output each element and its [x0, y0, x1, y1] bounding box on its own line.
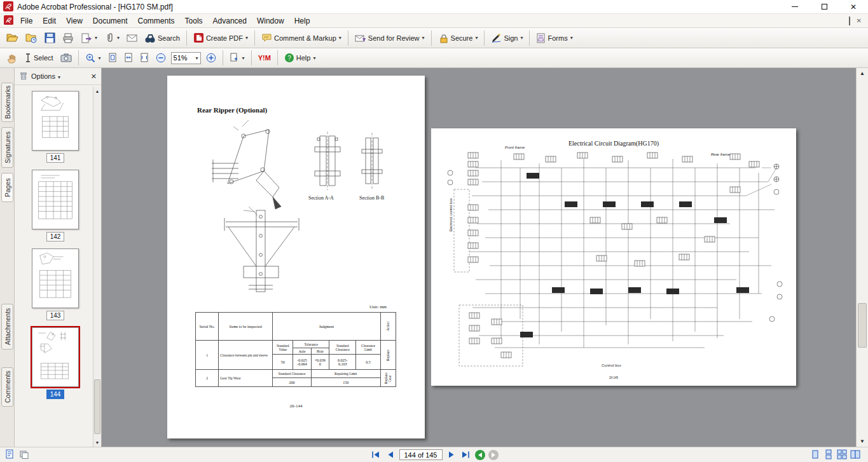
save-button[interactable] — [41, 31, 59, 45]
menu-item-window[interactable]: Window — [252, 15, 289, 27]
thumbnail-item-142[interactable]: 142 — [32, 170, 79, 241]
open-button[interactable] — [3, 31, 22, 45]
toolbar-separator — [78, 50, 79, 65]
circuit-diagram-svg — [431, 128, 796, 386]
delete-pages-button[interactable] — [19, 71, 28, 82]
close-button[interactable]: ✕ — [839, 0, 868, 13]
status-left-icons — [0, 449, 29, 460]
thumbnail-label-142[interactable]: 142 — [46, 232, 65, 241]
scroll-thumb[interactable] — [858, 303, 867, 348]
thumbnail-141[interactable] — [32, 91, 79, 151]
status-layers-button[interactable] — [19, 449, 29, 460]
menu-item-advanced[interactable]: Advanced — [208, 15, 252, 27]
status-page-size-button[interactable] — [5, 449, 15, 460]
menu-item-document[interactable]: Document — [88, 15, 133, 27]
file-toolbar: ▾ ▾ Search Create PDF ▾ Comment & Markup… — [0, 28, 868, 48]
next-page-button[interactable] — [446, 449, 457, 461]
section-b-label: Section B-B — [359, 195, 384, 201]
create-pdf-icon — [193, 32, 204, 43]
last-page-button[interactable] — [460, 449, 472, 461]
select-tool-button[interactable]: Select — [21, 51, 57, 65]
thumbnail-142[interactable] — [32, 170, 79, 229]
panel-scroll-thumb[interactable] — [94, 379, 100, 434]
zoom-in-icon — [206, 53, 216, 63]
thumbnail-143[interactable] — [32, 248, 79, 308]
close-icon: ✕ — [850, 3, 857, 11]
email-button[interactable] — [123, 31, 141, 44]
menu-item-file[interactable]: File — [15, 15, 38, 27]
page-display-button[interactable]: ▾ — [226, 51, 248, 65]
row1-standard-clearance-label: Standard Clearance — [329, 341, 355, 355]
thumbnail-item-144[interactable]: 144 — [32, 327, 79, 399]
tab-comments[interactable]: Comments — [1, 367, 13, 407]
options-menu-button[interactable]: Options ▾ — [31, 72, 60, 80]
maximize-button[interactable] — [809, 0, 839, 13]
pdf-page-145[interactable]: Electrical Circuit Diagram(HG170) Front … — [431, 128, 796, 386]
thumbnail-item-141[interactable]: 141 — [32, 91, 79, 163]
tab-bookmarks[interactable]: Bookmarks — [1, 83, 13, 122]
panel-scroll-up-icon[interactable]: ▲ — [93, 87, 101, 95]
previous-view-button[interactable] — [475, 450, 485, 460]
zoom-tool-button[interactable]: ▾ — [82, 51, 104, 65]
menu-item-edit[interactable]: Edit — [38, 15, 61, 27]
menu-item-help[interactable]: Help — [289, 15, 315, 27]
single-page-button[interactable] — [810, 449, 820, 461]
forms-dropdown-icon: ▾ — [570, 35, 573, 41]
thumbnail-label-141[interactable]: 141 — [46, 153, 65, 163]
document-view-area[interactable]: Rear Ripper (Optional) Section A-A Secti… — [102, 68, 856, 447]
print-button[interactable] — [59, 31, 77, 45]
organizer-button[interactable] — [22, 31, 41, 45]
yim-button[interactable]: Y!M — [255, 52, 274, 64]
tab-pages[interactable]: Pages — [1, 173, 13, 202]
minimize-button[interactable] — [780, 0, 809, 13]
menu-item-view[interactable]: View — [61, 15, 88, 27]
thumbnail-item-143[interactable]: 143 — [32, 248, 79, 320]
attach-button[interactable]: ▾ — [101, 31, 123, 45]
export-button[interactable]: ▾ — [78, 31, 100, 45]
snapshot-button[interactable] — [57, 51, 75, 65]
sign-button[interactable]: Sign ▾ — [488, 31, 526, 45]
control-box-label: Control box — [602, 363, 621, 367]
page-number-field[interactable] — [399, 449, 443, 460]
row1-axle-label: Axle — [293, 348, 311, 355]
fit-page-button[interactable] — [121, 51, 136, 65]
forms-button[interactable]: Forms ▾ — [533, 31, 575, 45]
menu-item-tools[interactable]: Tools — [180, 15, 208, 27]
next-view-button[interactable] — [488, 450, 499, 460]
secure-button[interactable]: Secure ▾ — [435, 31, 481, 45]
panel-close-button[interactable]: ✕ — [91, 72, 97, 81]
row2-item: Gear Tip Wear — [219, 370, 273, 387]
zoom-in-button[interactable] — [203, 51, 219, 65]
doc-close-button[interactable]: ✕ — [857, 17, 862, 24]
tab-signatures[interactable]: Signatures — [1, 127, 13, 168]
tab-attachments[interactable]: Attachments — [1, 304, 13, 350]
help-button[interactable]: ? Help ▾ — [281, 51, 319, 65]
continuous-page-button[interactable] — [823, 449, 834, 461]
zoom-level-input[interactable] — [174, 54, 195, 62]
thumbnail-label-144[interactable]: 144 — [46, 390, 65, 399]
scroll-up-icon[interactable]: ▲ — [857, 68, 868, 79]
first-page-button[interactable] — [370, 449, 382, 461]
continuous-facing-button[interactable] — [837, 449, 847, 461]
document-vertical-scrollbar[interactable]: ▲ ▼ — [856, 68, 868, 447]
thumbnail-144-selected[interactable] — [32, 327, 79, 387]
previous-page-button[interactable] — [385, 449, 396, 461]
zoom-out-button[interactable] — [153, 51, 169, 65]
comment-markup-button[interactable]: Comment & Markup ▾ — [258, 31, 345, 45]
menu-item-comments[interactable]: Comments — [133, 15, 180, 27]
pages-panel-scrollbar[interactable]: ▲ ▼ — [93, 87, 101, 447]
doc-restore-button[interactable] — [849, 17, 850, 25]
previous-page-icon — [387, 451, 394, 458]
hand-tool-button[interactable] — [3, 51, 20, 65]
pdf-page-144[interactable]: Rear Ripper (Optional) Section A-A Secti… — [167, 76, 425, 438]
scroll-down-icon[interactable]: ▼ — [857, 436, 868, 447]
facing-pages-button[interactable] — [850, 449, 860, 461]
thumbnail-label-143[interactable]: 143 — [46, 311, 65, 320]
create-pdf-button[interactable]: Create PDF ▾ — [190, 31, 251, 45]
fit-width-button[interactable] — [137, 51, 152, 65]
actual-size-button[interactable] — [105, 51, 120, 65]
zoom-level-combo[interactable]: ▾ — [171, 52, 201, 64]
panel-scroll-down-icon[interactable]: ▼ — [93, 438, 101, 447]
search-button[interactable]: Search — [141, 31, 183, 45]
send-for-review-button[interactable]: Send for Review ▾ — [352, 31, 428, 45]
